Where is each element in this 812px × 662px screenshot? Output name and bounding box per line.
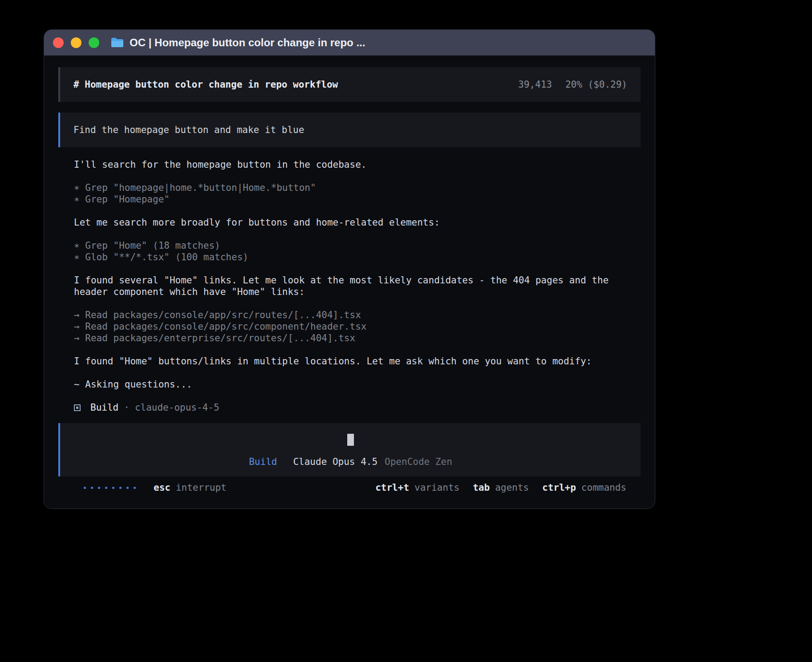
- minimize-button[interactable]: [71, 37, 81, 48]
- mode-indicator[interactable]: Build: [249, 456, 277, 468]
- prompt-input[interactable]: Build Claude Opus 4.5 OpenCode Zen: [58, 423, 641, 476]
- agent-model: claude-opus-4-5: [135, 402, 219, 413]
- terminal-window: OC | Homepage button color change in rep…: [44, 29, 655, 509]
- shortcut-label: commands: [581, 482, 626, 493]
- input-status-line: Build Claude Opus 4.5 OpenCode Zen: [249, 456, 452, 468]
- assistant-paragraph: I found "Home" buttons/links in multiple…: [74, 355, 639, 367]
- agent-square-icon: [74, 404, 81, 411]
- close-button[interactable]: [53, 37, 64, 48]
- window-title: OC | Homepage button color change in rep…: [130, 36, 365, 49]
- shortcut-label: agents: [495, 482, 529, 493]
- context-usage: 20% ($0.29): [565, 79, 627, 90]
- working-indicator-dots: [84, 487, 136, 489]
- dot-separator: ·: [124, 402, 130, 413]
- working-status: ~ Asking questions...: [74, 379, 641, 390]
- tool-call-group: ∗ Grep "Home" (18 matches) ∗ Glob "**/*.…: [74, 240, 641, 263]
- shortcut-label: variants: [414, 482, 459, 493]
- tool-call-grep: ∗ Grep "homepage|home.*button|Home.*butt…: [74, 182, 641, 194]
- shortcut-agents: tab agents: [473, 482, 529, 493]
- session-title: # Homepage button color change in repo w…: [73, 79, 338, 90]
- statusbar-left: esc interrupt: [84, 482, 227, 493]
- assistant-paragraph: Let me search more broadly for buttons a…: [74, 217, 639, 228]
- shortcut-variants: ctrl+t variants: [375, 482, 459, 493]
- text-cursor: [347, 434, 354, 446]
- session-stats: 39,413 20% ($0.29): [518, 79, 627, 90]
- esc-key-hint: esc: [154, 482, 171, 493]
- terminal-content: # Homepage button color change in repo w…: [44, 56, 655, 493]
- shortcut-key: ctrl+t: [375, 482, 409, 493]
- tool-call-group: → Read packages/console/app/src/routes/[…: [74, 309, 641, 344]
- user-message: Find the homepage button and make it blu…: [58, 113, 641, 147]
- tool-call-group: ∗ Grep "homepage|home.*button|Home.*butt…: [74, 182, 641, 205]
- user-message-text: Find the homepage button and make it blu…: [73, 124, 304, 136]
- assistant-paragraph: I found several "Home" links. Let me loo…: [74, 274, 639, 298]
- tool-call-read: → Read packages/console/app/src/routes/[…: [74, 309, 641, 321]
- agent-indicator: Build · claude-opus-4-5: [74, 402, 641, 413]
- statusbar-right: ctrl+t variants tab agents ctrl+p comman…: [362, 482, 626, 493]
- shortcut-key: tab: [473, 482, 490, 493]
- shortcut-key: ctrl+p: [542, 482, 576, 493]
- assistant-paragraph: I'll search for the homepage button in t…: [74, 159, 639, 170]
- esc-key-label: interrupt: [176, 482, 227, 493]
- tool-call-glob: ∗ Glob "**/*.tsx" (100 matches): [74, 251, 641, 263]
- titlebar[interactable]: OC | Homepage button color change in rep…: [44, 30, 655, 56]
- window-controls: [53, 37, 99, 48]
- tool-call-grep: ∗ Grep "Home" (18 matches): [74, 240, 641, 251]
- agent-name: Build: [90, 402, 118, 413]
- model-name: Claude Opus 4.5: [293, 456, 378, 468]
- zoom-button[interactable]: [89, 37, 99, 48]
- token-count: 39,413: [518, 79, 552, 90]
- provider-name: OpenCode Zen: [385, 456, 452, 468]
- shortcut-commands: ctrl+p commands: [542, 482, 626, 493]
- tool-call-read: → Read packages/enterprise/src/routes/[.…: [74, 332, 641, 344]
- tool-call-grep: ∗ Grep "Homepage": [74, 194, 641, 205]
- session-header: # Homepage button color change in repo w…: [58, 67, 641, 102]
- folder-icon: [111, 37, 124, 48]
- tool-call-read: → Read packages/console/app/src/componen…: [74, 321, 641, 332]
- statusbar: esc interrupt ctrl+t variants tab agents…: [58, 482, 641, 493]
